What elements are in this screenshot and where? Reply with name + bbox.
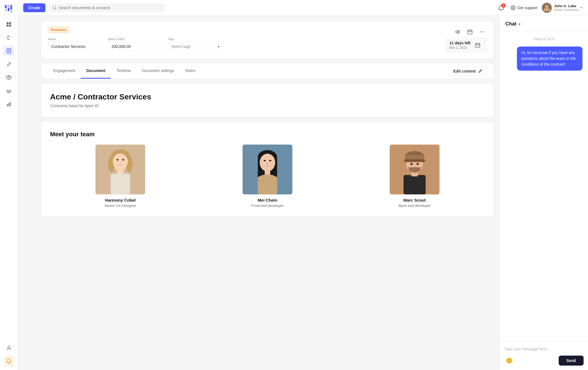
chat-header: Chat ▾	[500, 16, 588, 32]
value-input[interactable]	[108, 42, 163, 51]
days-left-value: 11 days left	[449, 41, 470, 45]
view-button[interactable]	[453, 27, 463, 37]
document-subtitle: Contractor basis for Apex IO	[50, 104, 485, 108]
reviewed-badge: Reviewed	[48, 27, 69, 33]
sidebar-item-dashboard[interactable]	[3, 19, 14, 30]
tabs-list: Engagement Document Timeline Document se…	[48, 63, 449, 79]
user-profile[interactable]: John A. Lake Acme Corporation ▾	[542, 3, 582, 13]
get-support-link[interactable]: Get support	[511, 5, 537, 10]
tabs-bar: Engagement Document Timeline Document se…	[41, 63, 494, 79]
team-grid: Harmony Cobel Senior UX Designer	[50, 145, 485, 208]
svg-rect-5	[10, 11, 12, 12]
more-options-button[interactable]	[477, 27, 487, 37]
tags-select[interactable]: Select tags ▾	[168, 42, 223, 51]
document-body: Acme / Contractor Services Contractor ba…	[41, 83, 494, 117]
team-heading: Meet your team	[50, 131, 485, 138]
sidebar-item-contacts[interactable]	[3, 342, 14, 353]
chat-messages: Today at 14:53 Hi, let me know if you ha…	[500, 32, 588, 341]
svg-rect-40	[111, 174, 130, 194]
chat-input[interactable]	[504, 346, 584, 352]
sidebar-item-navigate[interactable]	[3, 32, 14, 43]
main-layout: Reviewed	[35, 16, 588, 370]
svg-point-58	[410, 163, 413, 165]
svg-point-45	[264, 160, 266, 161]
eye-icon	[455, 29, 460, 35]
sidebar-item-documents[interactable]	[3, 45, 14, 56]
chat-panel: Chat ▾ Today at 14:53 Hi, let me know if…	[499, 16, 588, 370]
svg-rect-15	[8, 103, 9, 106]
svg-point-59	[417, 163, 419, 165]
svg-point-17	[8, 346, 10, 348]
team-member-2: Mei Chein Front-end developer	[197, 145, 338, 208]
svg-rect-52	[404, 175, 426, 194]
value-label: Value (USD)	[108, 37, 163, 41]
tab-timeline[interactable]: Timeline	[111, 63, 136, 79]
create-button[interactable]: Create	[23, 3, 45, 12]
svg-point-28	[483, 32, 484, 32]
topbar-right: 1 Get support John A. Lake Acme Corporat…	[496, 3, 582, 13]
member-name-1: Harmony Cobel	[105, 198, 136, 202]
member-role-1: Senior UX Designer	[105, 204, 136, 208]
svg-rect-2	[7, 5, 9, 7]
sidebar-item-notification[interactable]	[3, 356, 14, 367]
svg-rect-8	[7, 25, 9, 27]
tab-engagement[interactable]: Engagement	[48, 63, 81, 79]
sidebar-item-layers[interactable]	[3, 85, 14, 96]
svg-rect-57	[404, 159, 425, 162]
tab-document-settings[interactable]: Document settings	[136, 63, 179, 79]
member-role-2: Front-end developer	[251, 204, 283, 208]
name-field-group: Name	[48, 37, 103, 51]
chat-title: Chat	[505, 21, 516, 27]
tags-chevron-icon: ▾	[218, 44, 220, 49]
send-button[interactable]: Send	[559, 356, 584, 366]
sidebar	[0, 0, 18, 370]
user-text: John A. Lake Acme Corporation	[554, 4, 579, 11]
value-field-group: Value (USD)	[108, 37, 163, 51]
svg-rect-6	[7, 22, 9, 24]
support-icon	[511, 5, 516, 10]
svg-point-23	[456, 30, 460, 33]
user-company: Acme Corporation	[554, 8, 579, 11]
emoji-button[interactable]: 🙂	[504, 356, 514, 366]
name-input[interactable]	[48, 42, 103, 51]
svg-rect-0	[5, 5, 6, 8]
svg-rect-50	[258, 176, 277, 194]
calendar-icon	[467, 29, 473, 35]
emoji-icon: 🙂	[506, 357, 513, 364]
member-name-2: Mei Chein	[258, 198, 277, 202]
user-name: John A. Lake	[554, 4, 579, 8]
avatar	[542, 3, 552, 13]
chat-chevron-icon[interactable]: ▾	[519, 22, 521, 26]
sidebar-item-edit[interactable]	[3, 59, 14, 70]
calendar-edit-button[interactable]	[473, 40, 483, 50]
tags-placeholder: Select tags	[171, 44, 191, 49]
svg-rect-4	[10, 5, 12, 10]
svg-point-27	[482, 32, 483, 32]
sidebar-item-analytics[interactable]	[3, 99, 14, 110]
topbar: Create 1 Get support	[18, 0, 588, 16]
svg-point-37	[122, 159, 124, 161]
member-name-3: Marc Scout	[404, 198, 426, 202]
calendar-button[interactable]	[465, 27, 475, 37]
search-box[interactable]	[49, 3, 165, 12]
edit-content-button[interactable]: Edit content	[449, 66, 487, 76]
search-icon	[53, 6, 57, 10]
sidebar-item-package[interactable]	[3, 72, 14, 83]
document-fields: Name Value (USD) Tags Select tags ▾	[48, 37, 487, 53]
tab-document[interactable]: Document	[81, 63, 111, 79]
app-logo[interactable]	[3, 3, 14, 14]
document-actions	[453, 27, 487, 37]
expiry-date: Mar 2, 2023	[449, 46, 470, 50]
search-input[interactable]	[59, 6, 161, 10]
svg-rect-7	[9, 22, 11, 24]
svg-rect-16	[10, 102, 11, 106]
svg-point-47	[267, 163, 268, 164]
edit-calendar-icon	[475, 42, 480, 48]
user-chevron-icon[interactable]: ▾	[581, 6, 582, 10]
document-title: Acme / Contractor Services	[50, 92, 485, 101]
more-icon	[479, 29, 485, 35]
member-role-3: Back-end developer	[399, 204, 431, 208]
tab-notes[interactable]: Notes	[179, 63, 201, 79]
svg-point-38	[119, 162, 121, 163]
notification-button[interactable]: 1	[496, 3, 506, 13]
